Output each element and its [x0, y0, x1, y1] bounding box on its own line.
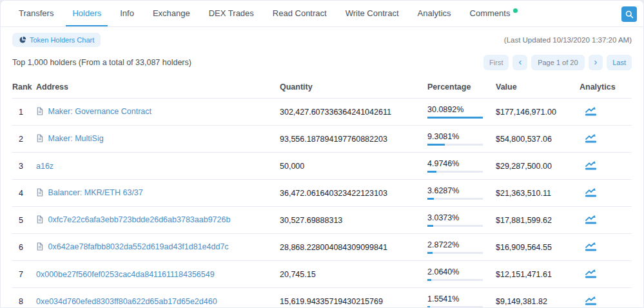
rank-cell: 1 [12, 99, 36, 126]
quantity-cell: 28,868.228004084309099841 [280, 234, 427, 261]
percentage-value: 30.0892% [427, 105, 496, 114]
tab-label: Analytics [418, 8, 451, 18]
value-cell: $29,287,500.00 [496, 153, 580, 180]
value-cell: $16,909,564.55 [496, 234, 580, 261]
table-row: 1 Maker: Governance Contract 302,427.607… [12, 99, 632, 126]
chart-button-label: Token Holders Chart [30, 36, 94, 44]
tab-label: Holders [72, 8, 101, 18]
table-row: 8 0xe034d760efed8303ff80a622d65ab17d65e2… [12, 288, 632, 308]
percentage-bar [427, 117, 483, 119]
tab-analytics[interactable]: Analytics [411, 1, 458, 26]
header-rank: Rank [12, 80, 36, 99]
pie-chart-icon [19, 36, 26, 44]
pagination-next-button[interactable]: › [589, 55, 603, 70]
tab-read-contract[interactable]: Read Contract [266, 1, 333, 26]
token-holders-chart-button[interactable]: Token Holders Chart [12, 33, 101, 47]
address-link[interactable]: 0x642ae78fafbb8032da552d619ad43f1d81e4dd… [48, 242, 228, 251]
contract-document-icon [36, 189, 45, 198]
contract-document-icon [36, 244, 45, 253]
value-cell: $9,149,381.82 [496, 288, 580, 308]
pagination-last-button[interactable]: Last [607, 55, 632, 70]
header-analytics: Analytics [580, 80, 632, 99]
table-header-row: Rank Address Quantity Percentage Value A… [12, 80, 632, 99]
tab-label: Exchange [153, 8, 190, 18]
quantity-cell: 50,000 [280, 153, 427, 180]
search-icon [625, 10, 634, 19]
rank-cell: 5 [12, 207, 36, 234]
percentage-value: 2.8722% [427, 240, 496, 249]
contract-document-icon [36, 135, 45, 144]
table-row: 6 0x642ae78fafbb8032da552d619ad43f1d81e4… [12, 234, 632, 261]
percentage-value: 1.5541% [427, 294, 496, 303]
quantity-cell: 302,427.607336364241042611 [280, 99, 427, 126]
address-link[interactable]: Balancer: MKR/ETH 63/37 [48, 188, 142, 197]
tab-bar: Transfers Holders Info Exchange DEX Trad… [1, 1, 643, 27]
percentage-bar [427, 279, 483, 281]
contract-document-icon [36, 217, 45, 226]
holders-summary-text: Top 1,000 holders (From a total of 33,08… [12, 58, 191, 67]
address-link[interactable]: Maker: MultiSig [48, 134, 103, 143]
tab-label: DEX Trades [209, 8, 254, 18]
percentage-bar [427, 171, 483, 173]
analytics-line-chart-icon[interactable] [585, 269, 598, 280]
address-link[interactable]: 0x000be27f560fef0253cac4da84116111843565… [36, 270, 215, 279]
content-area: Token Holders Chart (Last Updated 10/13/… [1, 33, 643, 308]
table-row: 3 a16z 50,000 4.9746% $29,287,500.00 [12, 153, 632, 180]
last-updated-text: (Last Updated 10/13/2020 1:37:20 AM) [504, 36, 632, 44]
analytics-line-chart-icon[interactable] [585, 188, 598, 199]
analytics-line-chart-icon[interactable] [585, 242, 598, 253]
chevron-right-icon: › [594, 57, 598, 68]
address-link[interactable]: Maker: Governance Contract [48, 107, 151, 116]
tab-holders[interactable]: Holders [66, 1, 108, 26]
quantity-cell: 30,527.69888313 [280, 207, 427, 234]
tab-dex-trades[interactable]: DEX Trades [202, 1, 260, 26]
tab-info[interactable]: Info [113, 1, 141, 26]
holders-table-body: 1 Maker: Governance Contract 302,427.607… [12, 99, 632, 308]
address-link[interactable]: a16z [36, 162, 54, 171]
tab-transfers[interactable]: Transfers [12, 1, 60, 26]
analytics-line-chart-icon[interactable] [585, 160, 598, 172]
token-holders-card: Transfers Holders Info Exchange DEX Trad… [0, 0, 644, 308]
quantity-cell: 15,619.94335719430215769 [280, 288, 427, 308]
pagination-first-button[interactable]: First [483, 55, 509, 70]
table-row: 4 Balancer: MKR/ETH 63/37 36,472.0616403… [12, 180, 632, 207]
tab-comments[interactable]: Comments [463, 1, 525, 26]
tab-write-contract[interactable]: Write Contract [339, 1, 405, 26]
rank-cell: 4 [12, 180, 36, 207]
address-link[interactable]: 0xe034d760efed8303ff80a622d65ab17d65e2d4… [36, 297, 217, 306]
tab-label: Comments [470, 8, 511, 18]
tab-label: Info [120, 8, 134, 18]
percentage-value: 3.6287% [427, 186, 496, 195]
value-cell: $12,151,471.61 [496, 261, 580, 288]
holders-table: Rank Address Quantity Percentage Value A… [12, 80, 632, 308]
percentage-bar [427, 144, 483, 146]
comments-badge-dot-icon [513, 8, 518, 13]
contract-document-icon [36, 108, 45, 117]
address-link[interactable]: 0xfc7e22c6afa3ebb723bdde26d6ab3783aab972… [48, 215, 230, 224]
quantity-cell: 20,745.15 [280, 261, 427, 288]
analytics-line-chart-icon[interactable] [585, 296, 598, 307]
tab-exchange[interactable]: Exchange [146, 1, 197, 26]
percentage-value: 9.3081% [427, 132, 496, 141]
header-value: Value [496, 80, 580, 99]
pagination-page-indicator: Page 1 of 20 [531, 55, 584, 70]
percentage-bar [427, 252, 483, 254]
analytics-line-chart-icon[interactable] [585, 215, 598, 226]
quantity-cell: 93,556.187894197760882203 [280, 126, 427, 153]
value-cell: $177,146,971.00 [496, 99, 580, 126]
table-row: 2 Maker: MultiSig 93,556.187894197760882… [12, 126, 632, 153]
tab-label: Write Contract [346, 8, 399, 18]
rank-cell: 3 [12, 153, 36, 180]
percentage-bar [427, 198, 483, 200]
percentage-bar [427, 225, 483, 227]
tab-label: Transfers [19, 8, 54, 18]
percentage-value: 4.9746% [427, 159, 496, 168]
analytics-line-chart-icon[interactable] [585, 133, 598, 145]
rank-cell: 8 [12, 288, 36, 308]
pagination-prev-button[interactable]: ‹ [512, 55, 527, 70]
chevron-left-icon: ‹ [518, 57, 522, 68]
rank-cell: 7 [12, 261, 36, 288]
search-button[interactable] [621, 6, 637, 22]
table-row: 7 0x000be27f560fef0253cac4da841161118435… [12, 261, 632, 288]
analytics-line-chart-icon[interactable] [585, 106, 598, 118]
